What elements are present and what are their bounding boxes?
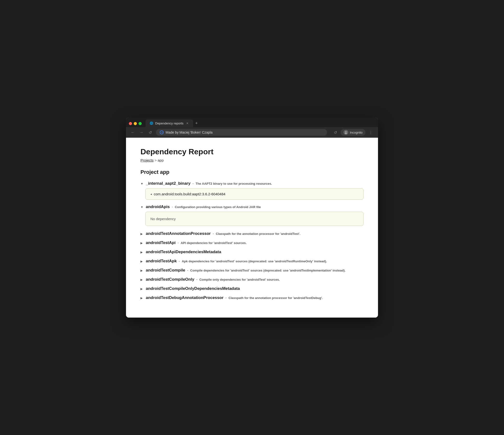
config-dash-7: -: [196, 277, 198, 281]
dependency-item: ◂ com.android.tools.build:aapt2:3.6.2-60…: [150, 192, 359, 196]
history-button[interactable]: ↺: [332, 129, 339, 136]
reload-button[interactable]: ↺: [147, 130, 153, 135]
maximize-window-button[interactable]: [139, 122, 142, 125]
config-header-androidTestCompileOnly[interactable]: ▶ androidTestCompileOnly - Compile only …: [141, 276, 363, 283]
config-header-androidTestAnnotationProcessor[interactable]: ▶ androidTestAnnotationProcessor - Class…: [141, 230, 363, 237]
incognito-icon: [343, 130, 348, 135]
config-name-androidTestCompileOnly: androidTestCompileOnly: [146, 277, 194, 282]
address-bar: ← → ↺ Made by Maciej 'Boken' Czapla ↺: [126, 127, 378, 138]
config-dash-5: -: [179, 259, 180, 263]
page-content: Dependency Report Projects > app Project…: [126, 138, 378, 318]
no-dependency-text: No dependency: [150, 215, 359, 222]
config-item-androidTestApk: ▶ androidTestApk - Apk dependencies for …: [141, 257, 363, 265]
dependency-box-androidApis: No dependency: [145, 212, 363, 226]
config-dash-0: -: [192, 181, 194, 185]
google-icon: [160, 130, 164, 134]
config-desc-androidTestCompileOnly: Compile only dependencies for 'androidTe…: [199, 278, 280, 281]
tab-bar: 🌐 Dependency reports × +: [126, 117, 378, 127]
close-window-button[interactable]: [129, 122, 132, 125]
more-icon: ⋮: [369, 130, 373, 135]
project-section-title: Project app: [141, 169, 363, 175]
incognito-label: Incognito: [350, 131, 362, 134]
toggle-collapsed-icon-7: ▶: [141, 269, 144, 272]
toggle-expanded-icon-2: ▼: [141, 205, 144, 209]
svg-point-1: [162, 132, 162, 133]
new-tab-button[interactable]: +: [193, 120, 200, 127]
config-desc-androidTestApk: Apk dependencies for 'androidTest' sourc…: [182, 260, 327, 263]
config-name-androidTestApk: androidTestApk: [146, 259, 177, 264]
active-tab[interactable]: 🌐 Dependency reports ×: [145, 119, 193, 127]
config-header-androidTestCompileOnlyDependenciesMetadata[interactable]: ▶ androidTestCompileOnlyDependenciesMeta…: [141, 285, 363, 293]
forward-button[interactable]: →: [139, 130, 144, 135]
config-item-androidTestApi: ▶ androidTestApi - API dependencies for …: [141, 239, 363, 247]
config-name-androidApis: androidApis: [146, 204, 170, 209]
config-item-androidTestCompileOnlyDependenciesMetadata: ▶ androidTestCompileOnlyDependenciesMeta…: [141, 285, 363, 293]
toggle-collapsed-icon-9: ▶: [141, 287, 144, 291]
config-dash-6: -: [187, 268, 188, 272]
config-desc-internal-aapt2: The AAPT2 binary to use for processing r…: [196, 182, 272, 185]
config-item-androidApis: ▼ androidApis - Configuration providing …: [141, 203, 363, 226]
config-header-androidTestApi[interactable]: ▶ androidTestApi - API dependencies for …: [141, 239, 363, 247]
breadcrumb: Projects > app: [141, 158, 363, 162]
more-button[interactable]: ⋮: [367, 129, 374, 136]
config-name-androidTestCompile: androidTestCompile: [146, 268, 185, 273]
config-item-androidTestApiDependenciesMetadata: ▶ androidTestApiDependenciesMetadata: [141, 248, 363, 256]
config-name-internal-aapt2: _internal_aapt2_binary: [146, 181, 190, 186]
config-dash-3: -: [177, 241, 179, 245]
minimize-window-button[interactable]: [134, 122, 137, 125]
dependency-arrow-icon: ◂: [150, 192, 152, 196]
config-desc-androidTestAnnotationProcessor: Classpath for the annotation processor f…: [216, 232, 300, 235]
traffic-lights: [129, 122, 145, 127]
toggle-collapsed-icon-6: ▶: [141, 260, 144, 263]
config-item-androidTestCompileOnly: ▶ androidTestCompileOnly - Compile only …: [141, 276, 363, 283]
address-input[interactable]: Made by Maciej 'Boken' Czapla: [156, 129, 327, 136]
url-display: Made by Maciej 'Boken' Czapla: [166, 130, 212, 134]
config-desc-androidApis: Configuration providing various types of…: [175, 205, 261, 209]
toggle-collapsed-icon-10: ▶: [141, 296, 144, 300]
toggle-collapsed-icon-3: ▶: [141, 232, 144, 235]
toggle-collapsed-icon-5: ▶: [141, 251, 144, 254]
config-desc-androidTestCompile: Compile dependencies for 'androidTest' s…: [190, 269, 345, 272]
config-desc-androidTestApi: API dependencies for 'androidTest' sourc…: [180, 241, 246, 245]
config-item-internal-aapt2: ▼ _internal_aapt2_binary - The AAPT2 bin…: [141, 180, 363, 200]
config-name-androidTestAnnotationProcessor: androidTestAnnotationProcessor: [146, 231, 211, 236]
config-dash-9: -: [225, 296, 227, 300]
toggle-collapsed-icon-8: ▶: [141, 278, 144, 281]
browser-actions: ↺ Incognito ⋮: [332, 129, 374, 136]
config-name-androidTestApiDependenciesMetadata: androidTestApiDependenciesMetadata: [146, 250, 221, 254]
config-dash-1: -: [172, 205, 173, 209]
config-dash-2: -: [213, 232, 214, 235]
config-header-internal-aapt2[interactable]: ▼ _internal_aapt2_binary - The AAPT2 bin…: [141, 180, 363, 187]
svg-point-2: [345, 131, 347, 133]
dependency-value: com.android.tools.build:aapt2:3.6.2-6040…: [154, 192, 225, 196]
svg-point-3: [345, 133, 347, 134]
page-title: Dependency Report: [141, 147, 363, 156]
config-name-androidTestCompileOnlyDependenciesMetadata: androidTestCompileOnlyDependenciesMetada…: [146, 286, 240, 291]
config-header-androidTestApk[interactable]: ▶ androidTestApk - Apk dependencies for …: [141, 257, 363, 265]
toggle-expanded-icon: ▼: [141, 182, 144, 185]
title-bar: 🌐 Dependency reports × + ← → ↺ Made by M…: [126, 117, 378, 138]
history-icon: ↺: [334, 130, 337, 135]
toggle-collapsed-icon-4: ▶: [141, 241, 144, 245]
incognito-button[interactable]: Incognito: [341, 129, 365, 136]
tab-title: Dependency reports: [155, 122, 183, 125]
config-item-androidTestCompile: ▶ androidTestCompile - Compile dependenc…: [141, 266, 363, 274]
config-header-androidTestApiDependenciesMetadata[interactable]: ▶ androidTestApiDependenciesMetadata: [141, 248, 363, 256]
config-name-androidTestDebugAnnotationProcessor: androidTestDebugAnnotationProcessor: [146, 295, 224, 300]
tab-close-button[interactable]: ×: [185, 121, 189, 125]
config-header-androidApis[interactable]: ▼ androidApis - Configuration providing …: [141, 203, 363, 210]
dependency-box-internal-aapt2: ◂ com.android.tools.build:aapt2:3.6.2-60…: [145, 188, 363, 200]
config-header-androidTestDebugAnnotationProcessor[interactable]: ▶ androidTestDebugAnnotationProcessor - …: [141, 294, 363, 302]
config-name-androidTestApi: androidTestApi: [146, 240, 175, 245]
browser-window: 🌐 Dependency reports × + ← → ↺ Made by M…: [126, 117, 378, 318]
config-desc-androidTestDebugAnnotationProcessor: Classpath for the annotation processor f…: [229, 296, 323, 300]
config-item-androidTestAnnotationProcessor: ▶ androidTestAnnotationProcessor - Class…: [141, 230, 363, 237]
back-button[interactable]: ←: [130, 130, 136, 135]
breadcrumb-current: app: [158, 158, 164, 162]
breadcrumb-separator: >: [154, 158, 157, 162]
config-item-androidTestDebugAnnotationProcessor: ▶ androidTestDebugAnnotationProcessor - …: [141, 294, 363, 302]
breadcrumb-projects-link[interactable]: Projects: [141, 158, 153, 162]
config-header-androidTestCompile[interactable]: ▶ androidTestCompile - Compile dependenc…: [141, 266, 363, 274]
tab-favicon-icon: 🌐: [149, 121, 153, 125]
